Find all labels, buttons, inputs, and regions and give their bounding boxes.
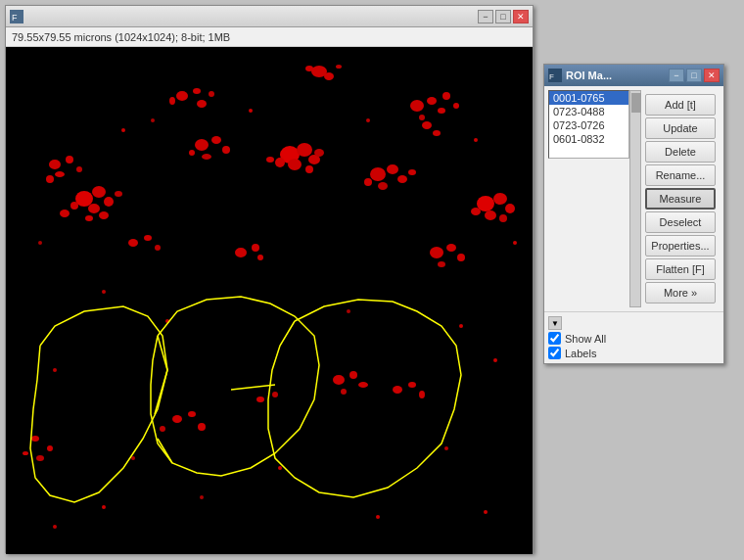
svg-point-19 [433, 130, 441, 136]
roi-titlebar: F ROI Ma... − □ ✕ [544, 65, 723, 86]
svg-point-93 [53, 368, 57, 372]
svg-point-22 [55, 171, 65, 177]
roi-list[interactable]: 0001-0765 0723-0488 0723-0726 0601-0832 [548, 90, 629, 159]
svg-point-103 [31, 436, 39, 442]
show-all-row: Show All [548, 332, 720, 345]
svg-point-61 [155, 245, 161, 251]
svg-point-76 [349, 371, 357, 379]
rename-button[interactable]: Rename... [645, 164, 716, 186]
add-button[interactable]: Add [t] [645, 94, 716, 116]
svg-point-33 [60, 210, 70, 217]
svg-point-94 [493, 358, 497, 362]
svg-point-77 [358, 382, 368, 388]
roi-close-button[interactable]: ✕ [704, 69, 720, 82]
svg-point-58 [499, 214, 507, 222]
show-all-checkbox[interactable] [548, 332, 561, 345]
svg-point-72 [198, 423, 206, 431]
svg-point-80 [408, 382, 416, 388]
roi-list-item[interactable]: 0723-0488 [549, 105, 628, 118]
roi-bottom-panel: ▼ Show All Labels [544, 311, 723, 363]
roi-list-scrollbar[interactable] [629, 90, 641, 307]
svg-point-69 [172, 415, 182, 423]
show-all-label: Show All [565, 333, 606, 345]
fiji-icon: F [10, 10, 23, 23]
svg-point-78 [341, 389, 347, 395]
more-button[interactable]: More » [645, 282, 716, 303]
svg-point-56 [485, 210, 496, 220]
flatten-button[interactable]: Flatten [F] [645, 258, 716, 280]
labels-label: Labels [565, 348, 596, 359]
image-info-bar: 79.55x79.55 microns (1024x1024); 8-bit; … [6, 27, 533, 47]
svg-point-71 [160, 426, 165, 432]
properties-button[interactable]: Properties... [645, 235, 716, 257]
svg-point-46 [266, 157, 274, 163]
svg-point-44 [314, 149, 324, 157]
maximize-button[interactable]: □ [495, 10, 511, 23]
svg-point-99 [200, 495, 204, 499]
roi-minimize-button[interactable]: − [669, 69, 684, 82]
svg-point-9 [169, 97, 175, 105]
svg-point-20 [49, 160, 61, 169]
svg-point-66 [446, 244, 456, 252]
roi-list-item[interactable]: 0601-0832 [549, 132, 628, 146]
delete-button[interactable]: Delete [645, 141, 716, 163]
svg-point-4 [324, 72, 334, 80]
svg-point-50 [378, 182, 388, 190]
roi-maximize-button[interactable]: □ [686, 69, 702, 82]
roi-icon: F [548, 69, 562, 82]
svg-point-28 [88, 204, 100, 213]
labels-checkbox[interactable] [548, 347, 561, 359]
svg-point-38 [189, 150, 195, 156]
svg-point-32 [85, 215, 93, 221]
svg-point-45 [305, 165, 313, 173]
svg-point-65 [430, 247, 443, 258]
svg-point-97 [444, 446, 448, 450]
deselect-button[interactable]: Deselect [645, 211, 716, 233]
svg-point-35 [211, 136, 221, 144]
svg-point-15 [419, 115, 425, 120]
svg-point-84 [249, 109, 253, 113]
close-button[interactable]: ✕ [513, 10, 529, 23]
svg-point-14 [438, 108, 445, 114]
svg-point-86 [474, 138, 478, 142]
roi-list-item[interactable]: 0001-0765 [549, 91, 628, 105]
svg-point-81 [419, 391, 425, 398]
svg-point-21 [66, 156, 73, 163]
svg-point-26 [92, 186, 106, 198]
svg-point-31 [99, 211, 109, 219]
roi-manager-window: F ROI Ma... − □ ✕ 0001-0765 0723-0488 07… [543, 64, 724, 364]
svg-point-40 [297, 143, 312, 157]
svg-point-60 [144, 235, 152, 241]
svg-point-17 [453, 103, 459, 109]
svg-point-6 [336, 65, 342, 69]
svg-point-105 [36, 455, 44, 461]
minimize-button[interactable]: − [478, 10, 493, 23]
labels-row: Labels [548, 347, 720, 359]
roi-scroll-row: ▼ [548, 316, 720, 330]
svg-point-52 [408, 169, 416, 175]
main-window-controls: − □ ✕ [478, 10, 529, 23]
roi-title-left: F ROI Ma... [548, 69, 612, 82]
measure-button[interactable]: Measure [645, 188, 716, 210]
image-canvas [6, 47, 533, 554]
scrollbar-thumb [631, 93, 641, 113]
svg-point-5 [305, 66, 313, 71]
roi-title-text: ROI Ma... [566, 70, 612, 81]
svg-point-106 [23, 451, 28, 455]
svg-point-49 [397, 175, 407, 183]
svg-point-24 [46, 175, 54, 183]
svg-point-59 [128, 239, 138, 247]
svg-point-92 [459, 324, 463, 328]
svg-point-70 [188, 411, 196, 417]
svg-point-67 [457, 254, 465, 261]
svg-point-18 [422, 121, 432, 129]
svg-point-36 [222, 146, 230, 154]
svg-point-68 [438, 261, 445, 267]
scroll-down-button[interactable]: ▼ [548, 316, 562, 330]
main-window: F − □ ✕ 79.55x79.55 microns (1024x1024);… [5, 5, 534, 553]
update-button[interactable]: Update [645, 117, 716, 139]
svg-point-89 [102, 290, 106, 294]
roi-list-item[interactable]: 0723-0726 [549, 118, 628, 132]
svg-point-79 [393, 386, 402, 394]
svg-point-104 [47, 445, 53, 451]
